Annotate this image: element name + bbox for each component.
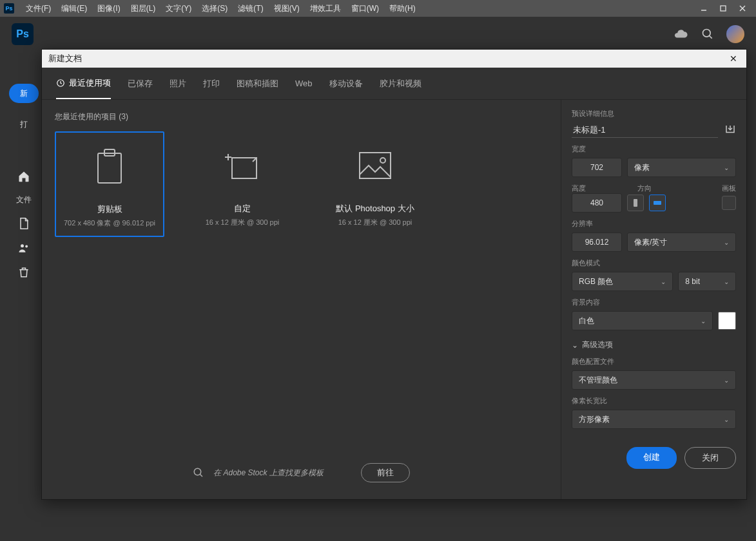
svg-rect-18 — [634, 199, 637, 207]
width-unit-select[interactable]: 像素⌄ — [627, 158, 736, 177]
svg-point-4 — [703, 30, 711, 37]
preset-name: 默认 Photoshop 大小 — [336, 203, 414, 214]
window-maximize[interactable] — [713, 0, 733, 17]
home-icon[interactable] — [17, 170, 30, 183]
svg-point-15 — [380, 158, 385, 163]
tab-recent[interactable]: 最近使用项 — [56, 68, 111, 99]
menu-image[interactable]: 图像(I) — [92, 0, 125, 17]
window-close[interactable] — [733, 0, 752, 17]
preset-sub: 702 x 480 像素 @ 96.012 ppi — [64, 218, 155, 228]
resolution-input[interactable]: 96.012 — [572, 233, 622, 252]
svg-line-5 — [710, 36, 712, 39]
recent-title: 您最近使用的项目 (3) — [55, 111, 548, 122]
advanced-toggle[interactable]: ⌄高级选项 — [572, 339, 736, 350]
svg-rect-14 — [360, 153, 391, 178]
menu-plugins[interactable]: 增效工具 — [305, 0, 346, 17]
dialog-title: 新建文档 — [48, 53, 82, 64]
file-label: 文件 — [16, 195, 32, 205]
orientation-label: 方向 — [637, 184, 652, 193]
document-name-input[interactable] — [572, 122, 718, 138]
preset-default[interactable]: 默认 Photoshop 大小 16 x 12 厘米 @ 300 ppi — [320, 131, 430, 237]
svg-point-6 — [21, 244, 24, 247]
height-label: 高度 — [572, 184, 618, 193]
preset-details-panel: 预设详细信息 宽度 702 像素⌄ 高度 方向 画板 480 — [561, 100, 746, 499]
menu-view[interactable]: 视图(V) — [269, 0, 305, 17]
clipboard-icon — [86, 144, 133, 191]
preset-sub: 16 x 12 厘米 @ 300 ppi — [338, 218, 412, 227]
color-mode-select[interactable]: RGB 颜色⌄ — [572, 272, 673, 291]
trash-icon[interactable] — [17, 266, 30, 279]
bit-depth-select[interactable]: 8 bit⌄ — [678, 272, 736, 291]
menu-edit[interactable]: 编辑(E) — [56, 0, 92, 17]
background-label: 背景内容 — [572, 298, 736, 307]
close-button[interactable]: 关闭 — [684, 447, 736, 469]
preset-name: 自定 — [234, 203, 251, 214]
tab-film[interactable]: 胶片和视频 — [380, 68, 422, 99]
menu-select[interactable]: 选择(S) — [197, 0, 233, 17]
menubar: Ps 文件(F) 编辑(E) 图像(I) 图层(L) 文字(Y) 选择(S) 滤… — [0, 0, 756, 17]
artboard-checkbox[interactable] — [722, 196, 736, 210]
svg-rect-9 — [98, 153, 121, 183]
details-heading: 预设详细信息 — [572, 109, 736, 119]
color-mode-label: 颜色模式 — [572, 258, 736, 268]
preset-sub: 16 x 12 厘米 @ 300 ppi — [206, 218, 280, 227]
ps-icon-small: Ps — [4, 3, 14, 14]
svg-rect-19 — [654, 201, 661, 205]
create-button[interactable]: 创建 — [626, 447, 677, 469]
shared-icon[interactable] — [17, 242, 30, 254]
window-minimize[interactable] — [694, 0, 713, 17]
menu-layer[interactable]: 图层(L) — [126, 0, 161, 17]
dialog-tabs: 最近使用项 已保存 照片 打印 图稿和插图 Web 移动设备 胶片和视频 — [42, 68, 746, 100]
save-preset-icon[interactable] — [724, 124, 736, 137]
new-file-pill[interactable]: 新 — [9, 84, 39, 103]
stock-placeholder[interactable]: 在 Adobe Stock 上查找更多模板 — [213, 468, 324, 479]
cloud-icon[interactable] — [672, 26, 689, 43]
preset-custom[interactable]: 自定 16 x 12 厘米 @ 300 ppi — [188, 131, 297, 237]
pixel-aspect-label: 像素长宽比 — [572, 396, 736, 406]
menu-type[interactable]: 文字(Y) — [160, 0, 197, 17]
artboard-label: 画板 — [722, 184, 736, 193]
search-icon[interactable] — [699, 26, 716, 43]
tab-web[interactable]: Web — [295, 68, 313, 99]
tab-art[interactable]: 图稿和插图 — [237, 68, 278, 99]
dialog-titlebar: 新建文档 ✕ — [42, 50, 746, 68]
new-document-dialog: 新建文档 ✕ 最近使用项 已保存 照片 打印 图稿和插图 Web 移动设备 胶片… — [41, 49, 747, 500]
menu-window[interactable]: 窗口(W) — [346, 0, 384, 17]
avatar[interactable] — [726, 25, 744, 43]
background-select[interactable]: 白色⌄ — [572, 311, 713, 330]
resolution-unit-select[interactable]: 像素/英寸⌄ — [627, 233, 736, 252]
stock-go-button[interactable]: 前往 — [361, 463, 410, 482]
preset-clipboard[interactable]: 剪贴板 702 x 480 像素 @ 96.012 ppi — [55, 131, 164, 237]
color-profile-label: 颜色配置文件 — [572, 357, 736, 366]
tab-mobile[interactable]: 移动设备 — [329, 68, 363, 99]
menu-help[interactable]: 帮助(H) — [384, 0, 421, 17]
tab-recent-label: 最近使用项 — [69, 77, 111, 89]
svg-rect-1 — [721, 6, 726, 11]
custom-icon — [219, 144, 266, 190]
app-header: Ps — [0, 17, 756, 52]
tab-saved[interactable]: 已保存 — [128, 68, 153, 99]
orientation-portrait[interactable] — [627, 195, 644, 211]
background-swatch[interactable] — [718, 312, 736, 330]
svg-point-16 — [194, 468, 201, 475]
dialog-close-icon[interactable]: ✕ — [727, 53, 740, 64]
menu-file[interactable]: 文件(F) — [21, 0, 56, 17]
home-sidebar: 新 打 文件 — [0, 52, 48, 541]
open-file-pill[interactable]: 打 — [9, 115, 39, 134]
document-icon[interactable] — [17, 217, 30, 230]
pixel-aspect-select[interactable]: 方形像素⌄ — [572, 410, 736, 429]
color-profile-select[interactable]: 不管理颜色⌄ — [572, 370, 736, 390]
tab-print[interactable]: 打印 — [203, 68, 220, 99]
tab-photo[interactable]: 照片 — [170, 68, 186, 99]
resolution-label: 分辨率 — [572, 219, 736, 229]
search-icon — [193, 467, 204, 479]
ps-logo: Ps — [12, 23, 34, 45]
image-icon — [352, 144, 398, 190]
stock-search-row: 在 Adobe Stock 上查找更多模板 前往 — [55, 453, 548, 488]
width-label: 宽度 — [572, 144, 736, 154]
preset-name: 剪贴板 — [97, 204, 122, 215]
orientation-landscape[interactable] — [649, 195, 666, 211]
width-input[interactable]: 702 — [572, 158, 622, 177]
menu-filter[interactable]: 滤镜(T) — [233, 0, 268, 17]
height-input[interactable]: 480 — [572, 193, 622, 213]
